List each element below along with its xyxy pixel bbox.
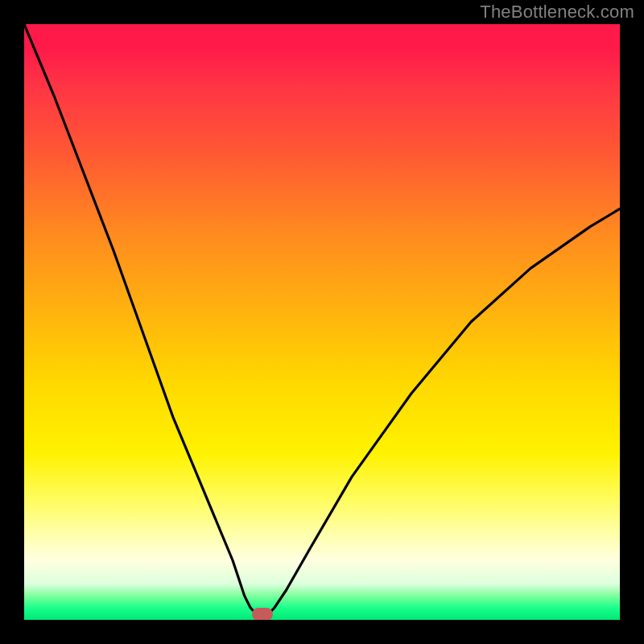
chart-frame: TheBottleneck.com (0, 0, 644, 644)
curve-right-branch (268, 208, 620, 613)
optimal-point-marker (252, 608, 273, 620)
watermark-text: TheBottleneck.com (480, 2, 634, 23)
bottleneck-curve (24, 24, 620, 620)
curve-left-branch (24, 24, 268, 614)
plot-area (24, 24, 620, 620)
